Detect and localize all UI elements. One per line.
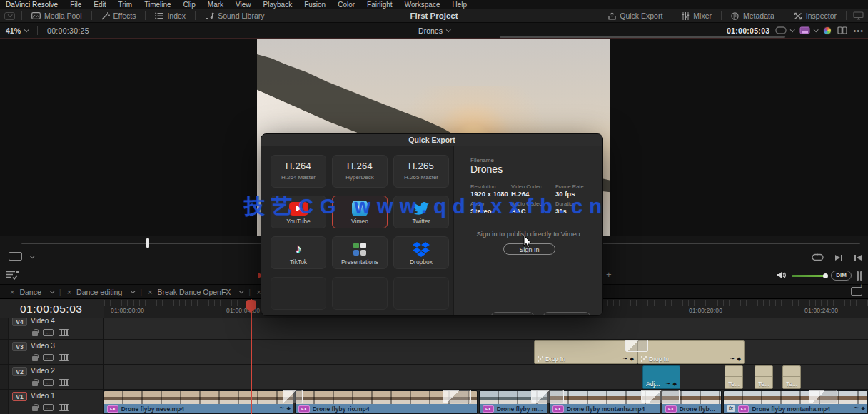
lock-track-icon[interactable]: [32, 356, 38, 361]
menu-item-workspace[interactable]: Workspace: [405, 0, 440, 9]
keyframe-icon[interactable]: ◆: [287, 405, 291, 411]
timeline-tab-dance[interactable]: ×Dance: [4, 288, 59, 296]
track-header-v3[interactable]: V3Video 3↔: [0, 340, 104, 365]
auto-select-icon[interactable]: ↔: [43, 404, 54, 411]
selection-mode-icon[interactable]: [9, 252, 22, 261]
volume-slider-handle[interactable]: [823, 273, 828, 278]
skip-to-end-icon[interactable]: [834, 251, 843, 264]
menu-item-clip[interactable]: Clip: [183, 0, 196, 9]
menu-item-timeline[interactable]: Timeline: [144, 0, 171, 9]
enable-track-icon[interactable]: [59, 354, 69, 361]
metadata-button[interactable]: Metadata: [728, 11, 777, 20]
menu-item-file[interactable]: File: [70, 0, 81, 9]
chevron-down-icon[interactable]: [239, 288, 244, 293]
cancel-button[interactable]: Cancel: [490, 312, 535, 316]
track-badge-v3[interactable]: V3: [12, 342, 27, 351]
chevron-down-icon[interactable]: [30, 253, 35, 258]
media-pool-button[interactable]: Media Pool: [29, 11, 85, 20]
inspector-button[interactable]: Inspector: [791, 11, 839, 20]
color-wheel-icon[interactable]: [823, 26, 832, 35]
keyframe-icon[interactable]: ◆: [862, 405, 865, 411]
timeline-selector[interactable]: Drones: [418, 26, 450, 35]
timeline-tab-dance-editing[interactable]: ×Dance editing: [61, 288, 141, 296]
viewer-zoom-select[interactable]: 41%: [6, 26, 28, 35]
platform-tile-dropbox[interactable]: Dropbox: [393, 236, 449, 269]
track-header-v4[interactable]: V4Video 4↔: [0, 318, 104, 340]
playhead-line[interactable]: [251, 299, 252, 414]
panel-grip-icon[interactable]: [857, 271, 862, 281]
timeline-clip-video[interactable]: fxFXDrone flyby montanha.mp4~◆: [723, 390, 868, 414]
curve-icon[interactable]: ~: [280, 405, 284, 412]
dim-button[interactable]: DIM: [831, 271, 852, 281]
track-header-v1[interactable]: V1Video 1↔: [0, 390, 104, 414]
empty-tile[interactable]: [393, 277, 449, 310]
quick-export-button[interactable]: Quick Export: [605, 11, 665, 20]
curve-icon[interactable]: ~: [666, 380, 670, 388]
auto-select-icon[interactable]: ↔: [43, 329, 54, 336]
chevron-down-icon[interactable]: [49, 288, 54, 293]
viewport-mode-icon[interactable]: [775, 26, 794, 34]
track-lane[interactable]: [104, 365, 868, 390]
track-lane[interactable]: [104, 340, 868, 365]
preset-tile-h-265-master[interactable]: H.265H.265 Master: [393, 155, 449, 188]
auto-select-icon[interactable]: ↔: [43, 379, 54, 386]
new-timeline-icon[interactable]: [851, 287, 862, 296]
sound-library-button[interactable]: Sound Library: [202, 11, 267, 20]
add-marker-icon[interactable]: +: [606, 270, 612, 279]
keyframe-icon[interactable]: ◆: [737, 356, 741, 362]
enable-track-icon[interactable]: [59, 404, 69, 411]
loop-playback-icon[interactable]: [812, 251, 824, 264]
preset-tile-hyperdeck[interactable]: H.264HyperDeck: [332, 155, 388, 188]
menu-item-view[interactable]: View: [236, 0, 251, 9]
volume-slider[interactable]: [792, 275, 826, 277]
lock-track-icon[interactable]: [32, 331, 38, 336]
timeline-clip-drop-in[interactable]: Drop In~◆: [534, 340, 637, 364]
curve-icon[interactable]: ~: [730, 355, 735, 363]
keyframe-icon[interactable]: ◆: [673, 381, 677, 387]
timeline-clip-video[interactable]: FXDrone flyby neve.mp4~◆: [104, 390, 293, 414]
panel-toggle-icon[interactable]: [4, 12, 15, 20]
track-badge-v2[interactable]: V2: [12, 367, 27, 376]
lock-track-icon[interactable]: [32, 381, 38, 386]
menu-item-color[interactable]: Color: [338, 0, 355, 9]
menu-item-mark[interactable]: Mark: [208, 0, 223, 9]
export-button[interactable]: Export: [542, 312, 591, 316]
menu-item-fusion[interactable]: Fusion: [304, 0, 326, 9]
menu-item-trim[interactable]: Trim: [118, 0, 133, 9]
timeline-view-options-icon[interactable]: [6, 270, 20, 283]
effects-button[interactable]: Effects: [99, 11, 139, 20]
enable-track-icon[interactable]: [59, 379, 69, 386]
platform-tile-presentations[interactable]: Presentations: [332, 236, 388, 269]
track-header-v2[interactable]: V2Video 2↔: [0, 365, 104, 390]
clip-display-icon[interactable]: [799, 26, 817, 34]
close-tab-icon[interactable]: ×: [10, 288, 14, 296]
keyframe-icon[interactable]: ◆: [630, 356, 634, 362]
dual-monitor-icon[interactable]: [853, 11, 864, 20]
menu-item-davinci-resolve[interactable]: DaVinci Resolve: [6, 0, 58, 9]
dual-viewer-icon[interactable]: [837, 26, 847, 34]
transition-box[interactable]: [283, 390, 303, 403]
audio-mute-icon[interactable]: [777, 269, 787, 282]
curve-icon[interactable]: ~: [854, 405, 859, 412]
viewer-options-menu-icon[interactable]: •••: [853, 26, 864, 35]
transition-box[interactable]: [641, 390, 680, 403]
track-badge-v4[interactable]: V4: [12, 318, 27, 326]
transition-box[interactable]: [809, 390, 837, 403]
track-badge-v1[interactable]: V1: [12, 392, 27, 401]
timeline-tab-break-dance-openfx[interactable]: ×Break Dance OpenFX: [142, 288, 248, 296]
timeline-clip-title[interactable]: Te...: [782, 365, 801, 389]
skip-to-start-icon[interactable]: [854, 251, 862, 264]
menu-item-fairlight[interactable]: Fairlight: [367, 0, 393, 9]
track-lane[interactable]: [104, 318, 868, 340]
preset-tile-h-264-master[interactable]: H.264H.264 Master: [271, 155, 326, 188]
menu-item-playback[interactable]: Playback: [263, 0, 293, 9]
empty-tile[interactable]: [332, 277, 388, 310]
timeline-clip-drop-in[interactable]: Drop In~◆: [637, 340, 745, 364]
lock-track-icon[interactable]: [32, 406, 38, 411]
empty-tile[interactable]: [271, 277, 326, 310]
menu-item-edit[interactable]: Edit: [94, 0, 106, 9]
auto-select-icon[interactable]: ↔: [43, 354, 54, 361]
chevron-down-icon[interactable]: [131, 288, 136, 293]
index-button[interactable]: Index: [152, 11, 188, 20]
transition-box[interactable]: [625, 340, 648, 352]
